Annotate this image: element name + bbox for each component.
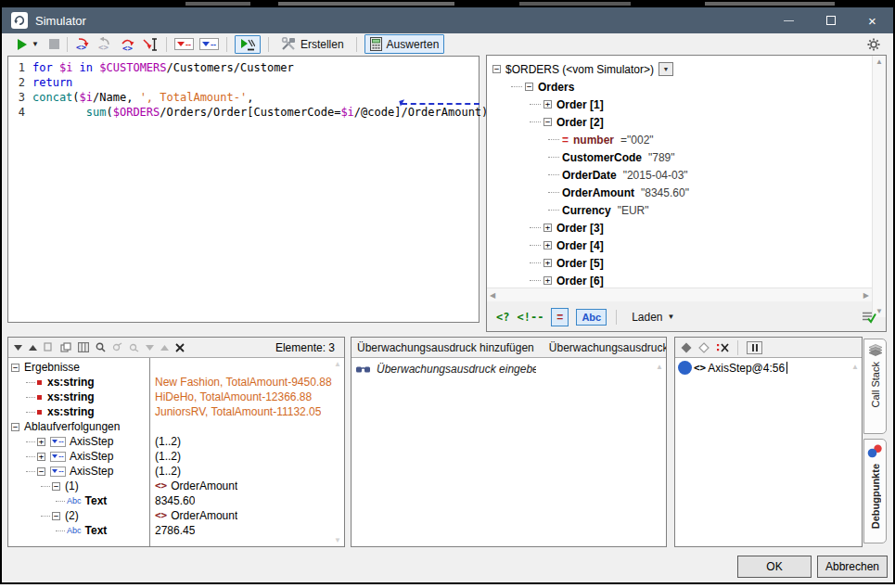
attributes-toggle[interactable]: = — [551, 308, 569, 326]
result-row[interactable]: AbcText2786.45 — [8, 523, 344, 538]
tree-row[interactable]: =number="002" — [487, 131, 886, 148]
goto-prev-button[interactable] — [29, 344, 37, 352]
scroll-down-icon[interactable]: ▼ — [334, 536, 341, 544]
delete-breakpoints-button[interactable] — [716, 342, 729, 353]
tracepoint-toggle-button[interactable]: -- — [199, 38, 219, 50]
result-row[interactable]: +--AxisStep(1..2) — [8, 449, 344, 464]
run-button[interactable]: ▼ — [13, 37, 44, 52]
copy-button[interactable] — [44, 342, 54, 352]
enable-breakpoint-button[interactable] — [681, 342, 692, 353]
result-row[interactable]: +--AxisStep(1..2) — [8, 434, 344, 449]
scroll-up-icon[interactable]: ▲ — [876, 58, 883, 66]
tree-row[interactable]: CustomerCode"789" — [487, 148, 886, 166]
collapse-icon[interactable]: − — [52, 482, 60, 491]
settings-button[interactable] — [867, 38, 880, 51]
nav-down-button[interactable] — [146, 344, 154, 352]
minimize-button[interactable] — [768, 7, 810, 33]
clear-results-button[interactable] — [175, 343, 185, 352]
cancel-button[interactable]: Abbrechen — [817, 556, 888, 578]
goto-next-button[interactable] — [14, 344, 22, 352]
tree-vertical-scrollbar[interactable]: ▲ ▼ — [872, 56, 886, 317]
expand-icon[interactable]: + — [37, 453, 45, 461]
scroll-right-icon[interactable]: ▶ — [863, 291, 869, 300]
run-dropdown-icon[interactable]: ▼ — [32, 40, 39, 48]
disable-breakpoint-button[interactable] — [698, 342, 710, 353]
breakpoint-entry-row[interactable]: <> AxisStep@4:56 — [675, 358, 862, 377]
auswerten-button[interactable]: Auswerten — [364, 34, 445, 54]
pi-toggle[interactable]: <? — [496, 311, 509, 324]
find-prev-button[interactable] — [129, 342, 139, 352]
collapse-icon[interactable]: − — [11, 364, 19, 372]
results-scrollbar[interactable]: ▲ ▼ — [331, 358, 344, 546]
collapse-icon[interactable]: − — [543, 118, 552, 126]
column-divider[interactable] — [149, 358, 150, 546]
tab-call-stack[interactable]: Call Stack — [863, 339, 887, 434]
expand-icon[interactable]: + — [543, 259, 552, 267]
expand-icon[interactable]: + — [37, 438, 45, 446]
step-out-button[interactable]: <> — [97, 37, 114, 52]
collapse-icon[interactable]: − — [11, 423, 19, 431]
step-over-button[interactable]: <> — [120, 37, 136, 52]
collapse-icon[interactable]: − — [492, 65, 501, 73]
remove-watch-button[interactable]: Überwachungsausdruck entfernen — [549, 341, 666, 354]
scroll-left-icon[interactable]: ◀ — [490, 291, 495, 300]
scroll-up-icon[interactable]: ▲ — [656, 363, 663, 371]
stop-button[interactable] — [49, 39, 59, 49]
start-debugger-button[interactable] — [235, 35, 261, 54]
result-row[interactable]: xs:stringHiDeHo, TotalAmount-12366.88 — [8, 390, 344, 404]
result-row[interactable]: xs:stringNew Fashion, TotalAmount-9450.8… — [8, 375, 344, 390]
scroll-up-icon[interactable]: ▲ — [851, 363, 859, 371]
tree-row[interactable]: +Order [1] — [487, 96, 886, 113]
tree-row[interactable]: OrderAmount"8345.60" — [487, 184, 886, 201]
expand-icon[interactable]: + — [543, 100, 552, 109]
breakpoint-entry-text[interactable]: AxisStep@4:56 — [708, 362, 785, 375]
result-row[interactable]: xs:stringJuniorsRV, TotalAmount-11132.05 — [8, 404, 344, 419]
expand-icon[interactable]: + — [543, 224, 552, 232]
tree-row[interactable]: +Order [4] — [487, 236, 886, 254]
result-row[interactable]: −(2)<>OrderAmount — [8, 508, 344, 523]
erstellen-button[interactable]: Erstellen — [276, 35, 349, 53]
collapse-icon[interactable]: − — [525, 83, 533, 91]
result-label: Ablaufverfolgungen — [24, 419, 120, 434]
expand-icon[interactable]: + — [543, 241, 552, 249]
pause-toggle-button[interactable] — [747, 341, 762, 354]
collapse-icon[interactable]: − — [52, 512, 60, 520]
xquery-editor[interactable]: 1for $i in $CUSTOMERS/Customers/Customer… — [7, 56, 479, 323]
find-button[interactable] — [96, 342, 106, 352]
tree-row[interactable]: −Order [2] — [487, 113, 886, 131]
run-to-cursor-button[interactable] — [142, 37, 159, 52]
breakpoint-toggle-button[interactable]: -- — [174, 38, 194, 50]
result-row[interactable]: −(1)<>OrderAmount — [8, 479, 344, 493]
copy-all-button[interactable] — [60, 342, 71, 352]
collapse-icon[interactable]: − — [37, 467, 45, 476]
find-next-button[interactable] — [112, 342, 122, 352]
scroll-up-icon[interactable]: ▲ — [334, 360, 341, 368]
tree-row[interactable]: −Orders — [487, 78, 886, 96]
laden-dropdown-button[interactable]: Laden ▼ — [632, 311, 674, 324]
nav-up-button[interactable] — [160, 344, 169, 352]
expand-icon[interactable]: + — [543, 276, 552, 285]
result-row[interactable]: AbcText8345.60 — [8, 493, 344, 508]
ok-button[interactable]: OK — [737, 556, 812, 578]
watch-entry-row[interactable]: Überwachungsausdruck eingeben — [352, 358, 666, 380]
maximize-button[interactable] — [810, 7, 851, 33]
watch-placeholder[interactable]: Überwachungsausdruck eingeben — [377, 363, 536, 376]
variable-source-dropdown[interactable]: ▼ — [658, 62, 673, 76]
tree-row[interactable]: Currency"EUR" — [487, 201, 886, 219]
result-row[interactable]: −Ablaufverfolgungen — [8, 419, 344, 434]
tab-debugpunkte[interactable]: Debugpunkte — [863, 439, 887, 543]
text-toggle[interactable]: Abc — [576, 309, 607, 326]
columns-button[interactable] — [78, 342, 89, 352]
close-button[interactable]: × — [851, 7, 893, 33]
tree-row[interactable]: +Order [5] — [487, 254, 886, 272]
result-row[interactable]: −--AxisStep(1..2) — [8, 464, 344, 479]
tree-row[interactable]: +Order [3] — [487, 219, 886, 236]
tree-row[interactable]: −$ORDERS (<vom Simulator>)▼ — [487, 60, 886, 78]
result-row[interactable]: −Ergebnisse — [8, 360, 344, 375]
add-watch-button[interactable]: Überwachungsausdruck hinzufügen — [357, 341, 534, 354]
tree-row[interactable]: OrderDate"2015-04-03" — [487, 166, 886, 184]
step-into-button[interactable]: <> — [75, 37, 92, 52]
load-options-button[interactable] — [862, 311, 876, 324]
tree-horizontal-scrollbar[interactable]: ◀ ▶ — [487, 288, 872, 301]
comment-toggle[interactable]: <!-- — [517, 311, 543, 324]
